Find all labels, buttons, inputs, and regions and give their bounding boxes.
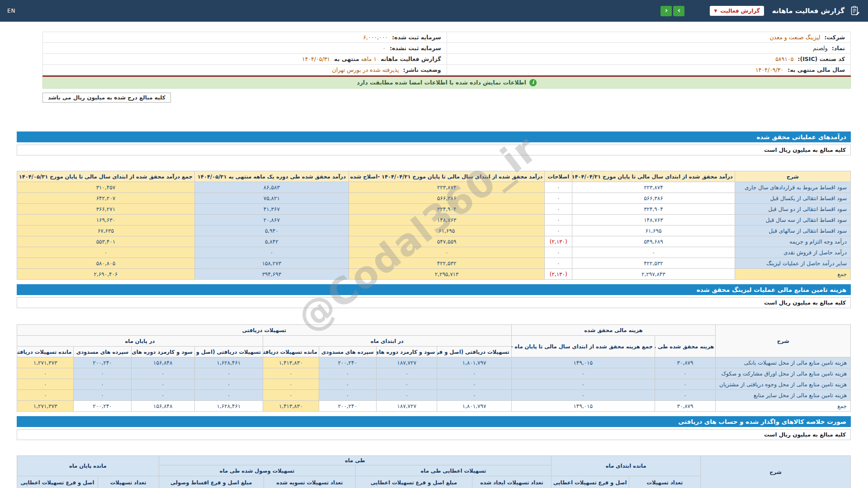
col-header-created-count: تعداد تسهیلات ایجاد شده [472, 476, 551, 488]
value-cell: ۱۵۶,۸۴۸ [131, 357, 194, 368]
table-row: هزینه تامین منابع مالی از محل سایر منابع… [17, 390, 851, 401]
value-cell: ۰ [511, 390, 655, 401]
signature-match-banner: i اطلاعات نمایش داده شده با اطلاعات امضا… [42, 77, 851, 89]
value-cell: ۱۵۸,۲۷۳ [194, 258, 349, 269]
value-cell: ۸۶,۵۸۳ [194, 182, 349, 193]
table-row: سود اقساط مربوط به قراردادهای سال جاری۲۲… [17, 182, 851, 193]
table-row: سود اقساط انتقالی از دو سال قبل۳۲۴,۹۰۴۰۳… [17, 204, 851, 215]
group-header-begin-balance: مانده ابتدای ماه [552, 456, 701, 476]
group-header-end-month: در پایان ماه [17, 336, 263, 347]
unregistered-capital-cell: سرمایه ثبت نشده: ۰ [43, 43, 447, 54]
value-cell: ۰ [376, 368, 437, 379]
col-header-adjustments: اصلاحات [545, 171, 572, 182]
value-cell: ۰ [263, 390, 319, 401]
report-type-dropdown-label: گزارش فعالیت [720, 8, 760, 14]
report-type-dropdown[interactable]: گزارش فعالیت ▼ [710, 6, 764, 16]
value-cell: ۱,۲۷۱,۳۷۳ [17, 401, 74, 412]
col-header-granted-amount: مبلغ اصل و فرع تسهیلات اعطایی [355, 476, 472, 488]
company-info-row: کد صنعت (ISIC): ۵۸۹۱۰۵ گزارش فعالیت ماها… [43, 54, 851, 65]
financing-cost-table: شرح هزینه مالی محقق شده تسهیلات دریافتی … [17, 324, 851, 412]
symbol-cell: نماد: ولصنم [447, 43, 851, 54]
value-cell: ۱۴۹,۰۱۵ [511, 401, 655, 412]
goods-section-header: صورت خلاصه کالاهای واگذار شده و حساب های… [17, 416, 851, 427]
col-header-total: جمع درآمد محقق شده از ابتدای سال مالی تا… [17, 171, 195, 182]
value-cell: ۰ [17, 247, 195, 258]
row-label-cell: درآمد حاصل از فروش نقدی [735, 247, 850, 258]
row-label-cell: درآمد وجه التزام و جریمه [735, 236, 850, 247]
row-label-cell: سود اقساط انتقالی از سه سال قبل [735, 215, 850, 225]
value-cell: ۰ [17, 379, 74, 390]
next-report-button[interactable]: › [673, 6, 684, 16]
value-cell: ۳۰,۸۷۹ [655, 401, 716, 412]
value-cell: ۰ [263, 379, 319, 390]
financing-header-row-groups: شرح هزینه مالی محقق شده تسهیلات دریافتی [17, 325, 851, 336]
language-toggle-en[interactable]: EN [7, 8, 16, 14]
value-cell: ۰ [376, 390, 437, 401]
value-cell: ۲۰۰,۲۴۰ [74, 401, 131, 412]
value-cell: ۶۷,۶۳۵ [17, 225, 195, 236]
col-header-desc: شرح [701, 456, 851, 488]
col-header-desc: شرح [716, 325, 851, 357]
value-cell: ۰ [74, 390, 131, 401]
group-header-during-month: طی ماه [159, 456, 552, 465]
value-cell: ۲,۶۹۰,۴۰۶ [17, 269, 195, 280]
value-cell: ۳۰,۸۷۹ [655, 357, 716, 368]
value-cell: ۱۴۸,۷۶۳ [349, 215, 544, 225]
registered-capital-cell: سرمایه ثبت شده: ۶,۰۰۰,۰۰۰ [43, 32, 447, 43]
value-cell: ۵۶۶,۳۸۶ [349, 193, 544, 204]
value-cell: ۳۱۰,۴۵۷ [17, 182, 195, 193]
value-cell: ۰ [655, 390, 716, 401]
company-info-row: نماد: ولصنم سرمایه ثبت نشده: ۰ [43, 43, 851, 54]
issuer-status-cell: وضعیت ناشر: پذیرفته شده در بورس تهران [43, 65, 447, 75]
financing-cost-section-header: هزینه تامین منابع مالی عملیات لیزینگ محق… [17, 284, 851, 295]
report-period-label: گزارش فعالیت ماهانه [381, 56, 441, 62]
value-cell: ۰ [194, 247, 349, 258]
value-cell: ۰ [131, 390, 194, 401]
value-cell: ۱,۶۲۸,۴۶۱ [194, 401, 263, 412]
isic-label: کد صنعت (ISIC): [797, 56, 845, 62]
value-cell: ۱,۸۰۱,۷۹۷ [437, 357, 511, 368]
report-period-date: ۱۴۰۴/۰۵/۳۱ [302, 56, 330, 62]
group-header-collected: تسهیلات وصول شده طی ماه [159, 465, 355, 476]
symbol-label: نماد: [832, 45, 845, 52]
company-cell: شرکت: لیزینگ صنعت و معدن [447, 32, 851, 43]
unit-note-box: کلیه مبالغ درج شده به میلیون ریال می باش… [42, 93, 171, 103]
value-cell: ۰ [572, 247, 735, 258]
value-cell: ۲۲۳,۸۷۴ [572, 182, 735, 193]
value-cell: ۳۲۴,۹۰۴ [349, 204, 544, 215]
table-row: سود اقساط انتقالی از یکسال قبل۵۶۶,۳۸۶۰۵۶… [17, 193, 851, 204]
table-row: هزینه تامین منابع مالی از محل وجوه دریاف… [17, 379, 851, 390]
unit-note-wrap: کلیه مبالغ درج شده به میلیون ریال می باش… [17, 93, 851, 103]
value-cell: ۵,۹۴۰ [194, 225, 349, 236]
value-cell: ۰ [263, 368, 319, 379]
unregistered-capital-value: ۰ [382, 45, 386, 52]
col-header-principal-end: اصل و فرع تسهیلات اعطایی [17, 476, 98, 488]
value-cell: ۰ [437, 379, 511, 390]
row-label-cell: سود اقساط انتقالی از سالهای قبل [735, 225, 850, 236]
value-cell: (۲,۱۳۰) [545, 236, 572, 247]
company-label: شرکت: [824, 34, 845, 41]
row-label-cell: هزینه تامین منابع مالی از محل اوراق مشار… [716, 368, 851, 379]
value-cell: ۲۲۳,۸۷۴ [349, 182, 544, 193]
value-cell: ۷۵,۸۲۱ [194, 193, 349, 204]
col-header-collected-amount: مبلغ اصل و فرع اقساط وصولی [159, 476, 264, 488]
value-cell: ۱۴۸,۷۶۳ [572, 215, 735, 225]
value-cell: ۰ [376, 379, 437, 390]
value-cell: ۶۱,۶۹۵ [572, 225, 735, 236]
previous-report-button[interactable]: ‹ [660, 6, 672, 16]
unit-note-row: کلیه مبالغ به میلیون ریال است [17, 145, 851, 155]
group-header-begin-month: در ابتدای ماه [263, 336, 512, 347]
value-cell: ۰ [194, 390, 263, 401]
operating-income-table: شرح درآمد محقق شده از ابتدای سال مالی تا… [17, 171, 851, 280]
value-cell: ۰ [319, 390, 376, 401]
value-cell: ۵۶۶,۳۸۶ [572, 193, 735, 204]
col-header-cost-month: هزینه محقق شده طی ماه [655, 336, 716, 357]
value-cell: ۱,۶۲۸,۴۶۱ [194, 357, 263, 368]
issuer-status-value: پذیرفته شده در بورس تهران [332, 66, 399, 73]
row-label-cell: جمع [735, 269, 850, 280]
value-cell: ۱۸۷,۷۲۷ [376, 401, 437, 412]
group-header-granted: تسهیلات اعطایی طی ماه [355, 465, 551, 476]
topbar: گزارش فعالیت ماهانه گزارش فعالیت ▼ › ‹ E… [0, 0, 868, 22]
value-cell: ۱,۲۷۱,۳۷۳ [17, 357, 74, 368]
value-cell: ۱,۴۱۳,۸۳۰ [263, 357, 319, 368]
